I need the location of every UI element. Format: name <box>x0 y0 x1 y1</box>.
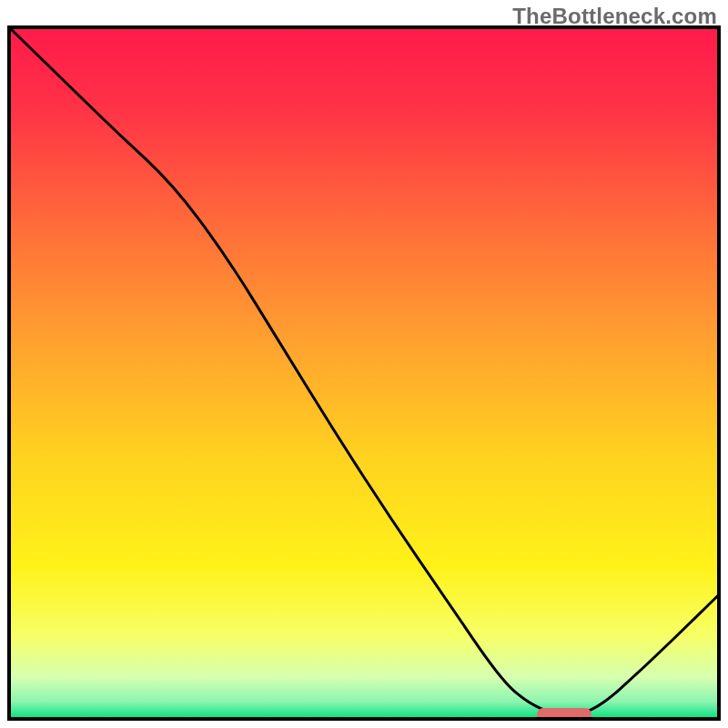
chart-stage: TheBottleneck.com <box>0 0 728 728</box>
watermark-label: TheBottleneck.com <box>512 4 717 29</box>
plot-area <box>9 27 719 721</box>
chart-svg <box>0 0 728 728</box>
